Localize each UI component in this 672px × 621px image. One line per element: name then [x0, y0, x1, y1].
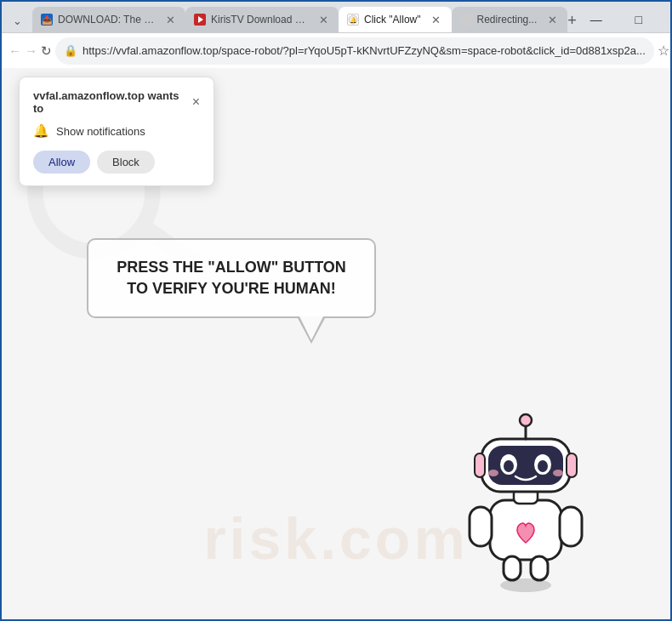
svg-rect-28	[567, 453, 577, 477]
tab3-title: Click "Allow"	[364, 14, 421, 26]
tab2-favicon	[194, 14, 206, 26]
speech-bubble-text: PRESS THE "ALLOW" BUTTON TO VERIFY YOU'R…	[117, 259, 346, 297]
svg-text:🔔: 🔔	[350, 16, 357, 24]
speech-bubble-container: PRESS THE "ALLOW" BUTTON TO VERIFY YOU'R…	[87, 238, 376, 318]
tab4-favicon	[460, 14, 472, 26]
navigation-bar: ← → ↻ 🔒 https://vvfal.amazonflow.top/spa…	[2, 32, 670, 68]
tab-redirecting[interactable]: Redirecting... ✕	[452, 7, 568, 32]
address-bar[interactable]: 🔒 https://vvfal.amazonflow.top/space-rob…	[55, 37, 654, 65]
bookmark-icon[interactable]: ☆	[658, 39, 669, 63]
tab-bar: ⌄ 📥 DOWNLOAD: The Killer... ✕ KirisTV Do…	[2, 2, 670, 32]
popup-title: vvfal.amazonflow.top wants to	[33, 89, 192, 115]
tab2-title: KirisTV Download Page...	[211, 14, 308, 26]
tab4-close[interactable]: ✕	[545, 13, 559, 26]
back-button[interactable]: ←	[9, 39, 21, 63]
svg-point-24	[553, 470, 563, 476]
browser-frame: ⌄ 📥 DOWNLOAD: The Killer... ✕ KirisTV Do…	[2, 2, 670, 621]
forward-button[interactable]: →	[25, 39, 37, 63]
svg-point-22	[538, 460, 548, 472]
svg-point-26	[520, 414, 532, 426]
new-tab-button[interactable]: +	[567, 9, 577, 32]
popup-close-button[interactable]: ×	[192, 95, 200, 109]
url-text: https://vvfal.amazonflow.top/space-robot…	[83, 44, 646, 57]
tab1-close[interactable]: ✕	[163, 13, 177, 26]
svg-rect-13	[560, 507, 582, 546]
maximize-button[interactable]: □	[619, 7, 658, 32]
popup-header: vvfal.amazonflow.top wants to ×	[33, 89, 200, 115]
tab3-favicon: 🔔	[347, 14, 359, 26]
svg-point-23	[488, 470, 498, 476]
popup-site-bold: vvfal.amazonflow.top	[33, 89, 145, 102]
svg-rect-27	[475, 453, 485, 477]
svg-rect-14	[504, 556, 521, 580]
tab1-title: DOWNLOAD: The Killer...	[58, 14, 155, 26]
tab-click-allow[interactable]: 🔔 Click "Allow" ✕	[339, 7, 452, 32]
window-controls: — □ ✕	[577, 7, 672, 32]
tab4-title: Redirecting...	[477, 14, 538, 26]
speech-bubble: PRESS THE "ALLOW" BUTTON TO VERIFY YOU'R…	[87, 238, 376, 318]
svg-point-4	[462, 15, 470, 24]
tab-kiristvdownload[interactable]: KirisTV Download Page... ✕	[185, 7, 339, 32]
robot-character	[458, 407, 594, 597]
tab-list-button[interactable]: ⌄	[5, 9, 29, 32]
notification-permission-label: Show notifications	[56, 125, 145, 138]
svg-point-21	[504, 460, 514, 472]
tab-download-killer[interactable]: 📥 DOWNLOAD: The Killer... ✕	[32, 7, 185, 32]
svg-rect-15	[531, 556, 548, 580]
tab2-close[interactable]: ✕	[316, 13, 330, 26]
refresh-button[interactable]: ↻	[41, 39, 52, 63]
close-button[interactable]: ✕	[662, 7, 672, 32]
block-button[interactable]: Block	[97, 151, 155, 174]
allow-button[interactable]: Allow	[33, 151, 90, 174]
bell-icon: 🔔	[33, 123, 49, 139]
notification-popup: vvfal.amazonflow.top wants to × 🔔 Show n…	[19, 77, 214, 186]
popup-permission-row: 🔔 Show notifications	[33, 123, 200, 139]
tab3-close[interactable]: ✕	[430, 13, 443, 26]
tab1-favicon: 📥	[41, 14, 53, 26]
minimize-button[interactable]: —	[577, 7, 616, 32]
svg-rect-12	[470, 507, 492, 546]
page-content: risk.com vvfal.amazonflow.top wants to ×…	[2, 68, 670, 621]
lock-icon: 🔒	[64, 44, 77, 57]
robot-svg	[458, 407, 594, 594]
popup-actions: Allow Block	[33, 151, 200, 174]
svg-point-10	[500, 578, 551, 592]
